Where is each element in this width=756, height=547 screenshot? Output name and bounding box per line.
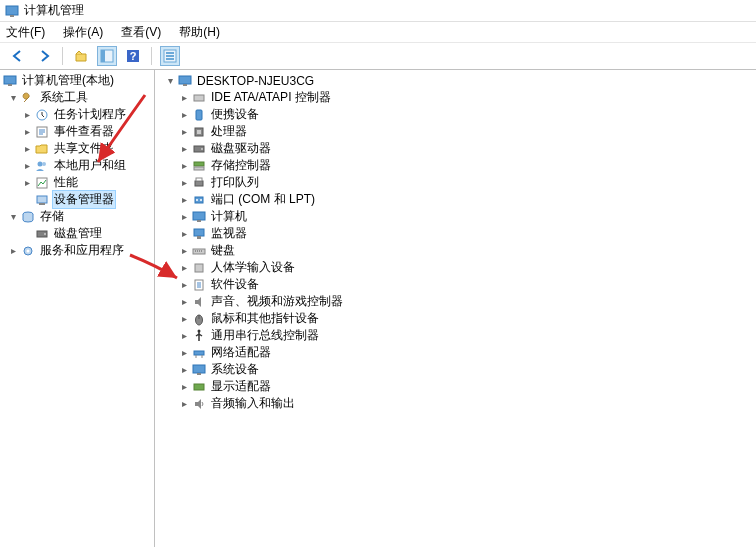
show-hide-tree-button[interactable] bbox=[97, 46, 117, 66]
expander-icon[interactable]: ▸ bbox=[177, 261, 191, 275]
device-computers[interactable]: ▸计算机 bbox=[159, 208, 756, 225]
expander-icon[interactable]: ▸ bbox=[20, 159, 34, 173]
menu-help[interactable]: 帮助(H) bbox=[177, 23, 222, 42]
device-print-queues[interactable]: ▸打印队列 bbox=[159, 174, 756, 191]
expander-icon[interactable]: ▾ bbox=[6, 210, 20, 224]
svg-rect-33 bbox=[194, 167, 204, 170]
device-tree-computer[interactable]: ▾ DESKTOP-NJEU3CG bbox=[159, 72, 756, 89]
svg-rect-51 bbox=[197, 373, 201, 375]
expander-icon[interactable]: ▾ bbox=[6, 91, 20, 105]
tree-device-manager[interactable]: 设备管理器 bbox=[2, 191, 154, 208]
hdd-icon bbox=[191, 141, 207, 157]
tree-system-tools[interactable]: ▾ 系统工具 bbox=[2, 89, 154, 106]
svg-rect-35 bbox=[196, 178, 202, 181]
expander-icon[interactable]: ▸ bbox=[177, 329, 191, 343]
device-mice[interactable]: ▸鼠标和其他指针设备 bbox=[159, 310, 756, 327]
expander-icon[interactable]: ▸ bbox=[177, 244, 191, 258]
svg-point-38 bbox=[200, 199, 202, 201]
expander-icon[interactable]: ▸ bbox=[20, 142, 34, 156]
tree-services-apps[interactable]: ▸ 服务和应用程序 bbox=[2, 242, 154, 259]
expander-icon[interactable]: ▸ bbox=[177, 125, 191, 139]
expander-icon[interactable]: ▸ bbox=[177, 108, 191, 122]
software-icon bbox=[191, 277, 207, 293]
expander-icon[interactable]: ▸ bbox=[20, 108, 34, 122]
tree-event-viewer[interactable]: ▸ 事件查看器 bbox=[2, 123, 154, 140]
expander-icon[interactable]: ▸ bbox=[177, 227, 191, 241]
device-software[interactable]: ▸软件设备 bbox=[159, 276, 756, 293]
expander-icon[interactable]: ▸ bbox=[20, 176, 34, 190]
device-audio-io[interactable]: ▸音频输入和输出 bbox=[159, 395, 756, 412]
svg-point-21 bbox=[44, 233, 46, 235]
svg-point-37 bbox=[196, 199, 198, 201]
device-disk-drives[interactable]: ▸磁盘驱动器 bbox=[159, 140, 756, 157]
expander-icon[interactable]: ▸ bbox=[177, 312, 191, 326]
menu-view[interactable]: 查看(V) bbox=[119, 23, 163, 42]
tree-performance[interactable]: ▸ 性能 bbox=[2, 174, 154, 191]
tree-label: DESKTOP-NJEU3CG bbox=[195, 73, 316, 89]
expander-icon[interactable]: ▸ bbox=[177, 210, 191, 224]
mouse-icon bbox=[191, 311, 207, 327]
expander-icon[interactable]: ▸ bbox=[177, 380, 191, 394]
view-button[interactable] bbox=[160, 46, 180, 66]
svg-point-23 bbox=[27, 249, 30, 252]
svg-rect-17 bbox=[37, 196, 47, 203]
expander-icon[interactable]: ▸ bbox=[20, 125, 34, 139]
expander-icon[interactable]: ▸ bbox=[177, 142, 191, 156]
device-ports[interactable]: ▸端口 (COM 和 LPT) bbox=[159, 191, 756, 208]
back-button[interactable] bbox=[8, 46, 28, 66]
expander-icon[interactable]: ▸ bbox=[177, 159, 191, 173]
device-portable[interactable]: ▸便携设备 bbox=[159, 106, 756, 123]
device-system[interactable]: ▸系统设备 bbox=[159, 361, 756, 378]
svg-rect-34 bbox=[195, 181, 203, 186]
tree-disk-management[interactable]: 磁盘管理 bbox=[2, 225, 154, 242]
tree-storage[interactable]: ▾ 存储 bbox=[2, 208, 154, 225]
device-audio[interactable]: ▸声音、视频和游戏控制器 bbox=[159, 293, 756, 310]
tree-local-users[interactable]: ▸ 本地用户和组 bbox=[2, 157, 154, 174]
device-display[interactable]: ▸显示适配器 bbox=[159, 378, 756, 395]
expander-icon[interactable]: ▸ bbox=[177, 278, 191, 292]
right-tree-pane[interactable]: ▾ DESKTOP-NJEU3CG ▸IDE ATA/ATAPI 控制器 ▸便携… bbox=[155, 70, 756, 547]
device-network[interactable]: ▸网络适配器 bbox=[159, 344, 756, 361]
expander-icon[interactable]: ▸ bbox=[6, 244, 20, 258]
usb-icon bbox=[191, 328, 207, 344]
menu-action[interactable]: 操作(A) bbox=[61, 23, 105, 42]
device-hid[interactable]: ▸人体学输入设备 bbox=[159, 259, 756, 276]
svg-rect-24 bbox=[179, 76, 191, 84]
left-tree-pane[interactable]: 计算机管理(本地) ▾ 系统工具 ▸ 任务计划程序 ▸ 事件查看器 ▸ 共享文件… bbox=[0, 70, 155, 547]
expander-icon[interactable]: ▸ bbox=[177, 176, 191, 190]
expander-icon[interactable]: ▸ bbox=[177, 91, 191, 105]
expander-icon[interactable]: ▾ bbox=[163, 74, 177, 88]
svg-rect-42 bbox=[197, 236, 201, 239]
svg-text:?: ? bbox=[130, 50, 137, 62]
help-button[interactable]: ? bbox=[123, 46, 143, 66]
keyboard-icon bbox=[191, 243, 207, 259]
expander-icon[interactable]: ▸ bbox=[177, 295, 191, 309]
folder-share-icon bbox=[34, 141, 50, 157]
svg-rect-41 bbox=[194, 229, 204, 236]
menu-file[interactable]: 文件(F) bbox=[4, 23, 47, 42]
tree-shared-folders[interactable]: ▸ 共享文件夹 bbox=[2, 140, 154, 157]
svg-rect-40 bbox=[197, 220, 201, 222]
tree-label: 音频输入和输出 bbox=[209, 394, 297, 413]
expander-icon[interactable]: ▸ bbox=[177, 397, 191, 411]
up-button[interactable] bbox=[71, 46, 91, 66]
tree-task-scheduler[interactable]: ▸ 任务计划程序 bbox=[2, 106, 154, 123]
expander-icon[interactable]: ▸ bbox=[177, 193, 191, 207]
printer-icon bbox=[191, 175, 207, 191]
device-usb[interactable]: ▸通用串行总线控制器 bbox=[159, 327, 756, 344]
device-storage-controllers[interactable]: ▸存储控制器 bbox=[159, 157, 756, 174]
device-monitors[interactable]: ▸监视器 bbox=[159, 225, 756, 242]
device-ide[interactable]: ▸IDE ATA/ATAPI 控制器 bbox=[159, 89, 756, 106]
svg-point-48 bbox=[198, 329, 201, 332]
device-processors[interactable]: ▸处理器 bbox=[159, 123, 756, 140]
users-icon bbox=[34, 158, 50, 174]
expander-icon[interactable]: ▸ bbox=[177, 346, 191, 360]
tree-root-computer-management[interactable]: 计算机管理(本地) bbox=[2, 72, 154, 89]
device-keyboards[interactable]: ▸键盘 bbox=[159, 242, 756, 259]
expander-icon[interactable]: ▸ bbox=[177, 363, 191, 377]
ide-icon bbox=[191, 90, 207, 106]
forward-button[interactable] bbox=[34, 46, 54, 66]
svg-rect-10 bbox=[4, 76, 16, 84]
monitor-icon bbox=[191, 226, 207, 242]
svg-rect-1 bbox=[10, 15, 14, 17]
